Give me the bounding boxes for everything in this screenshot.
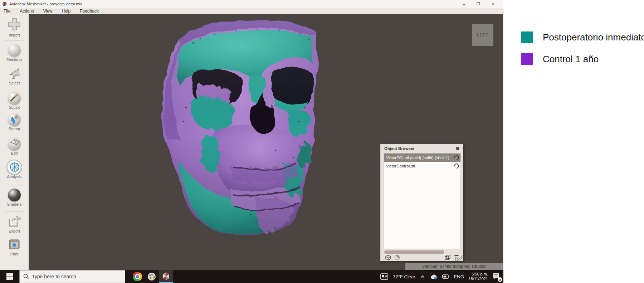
object-browser-title: Object Browser — [384, 146, 415, 151]
cube-view-icon[interactable] — [385, 254, 391, 261]
menu-help[interactable]: Help — [62, 9, 71, 14]
language-indicator[interactable]: ENG — [454, 274, 464, 279]
object-name: VictorControl.stl — [386, 164, 415, 168]
export-folder-icon — [7, 215, 21, 228]
view-cube-face: LEFT — [475, 28, 490, 42]
edit-sphere-icon — [8, 137, 21, 150]
tool-import-label: Import — [9, 33, 20, 37]
news-widget-icon[interactable] — [380, 273, 388, 280]
import-plus-icon — [7, 17, 21, 32]
tool-select-label: Select — [9, 81, 20, 85]
meshmixer-window: Autodesk Meshmixer - proyecto victor.mix… — [0, 0, 503, 270]
battery-icon[interactable] — [442, 274, 449, 279]
tool-export[interactable]: Export — [0, 215, 29, 233]
legend-label: Postoperatorio inmediato — [543, 32, 644, 43]
clock-time: 5:56 p.m. — [469, 272, 488, 277]
tool-sidebar: Import Meshmix Select — [0, 14, 29, 270]
tool-select[interactable]: Select — [0, 67, 29, 85]
notification-count-badge: 3 — [498, 277, 502, 282]
clock-date: 18/11/2021 — [469, 277, 488, 281]
taskbar-search[interactable] — [19, 270, 125, 283]
object-row-victorpoi[interactable]: VictorPOI.stl (solid) (solid) (shell 1) — [384, 153, 460, 162]
duplicate-icon[interactable] — [444, 254, 451, 261]
legend-item-control: Control 1 año — [521, 53, 599, 65]
tool-shaders-label: Shaders — [7, 202, 22, 206]
horizontal-scrollbar[interactable] — [384, 250, 444, 254]
taskbar-paint3d-icon[interactable] — [145, 270, 159, 283]
screenshot-root: Autodesk Meshmixer - proyecto victor.mix… — [0, 0, 644, 283]
taskbar-chrome-icon[interactable] — [130, 270, 145, 283]
sculpt-sphere-icon — [8, 92, 21, 104]
object-name: VictorPOI.stl (solid) (solid) (shell 1) — [386, 156, 449, 160]
select-arrow-icon — [8, 67, 21, 80]
tray-chevron-up-icon[interactable] — [420, 275, 425, 278]
view-cube-face-label: LEFT — [477, 33, 488, 38]
action-center-icon[interactable]: 3 — [493, 273, 501, 280]
taskbar-meshmixer-icon[interactable] — [159, 270, 173, 283]
shader-ball-icon[interactable] — [453, 154, 460, 161]
menu-file[interactable]: File — [4, 9, 10, 14]
tool-print[interactable]: Print — [0, 238, 29, 256]
tool-stamp[interactable]: Stamp — [0, 113, 29, 131]
tool-sculpt-label: Sculpt — [9, 105, 20, 109]
mesh-stats-text: vertices: 67483 triangles: 135338 — [423, 264, 486, 269]
print-printer-icon — [7, 238, 21, 251]
window-title: Autodesk Meshmixer - proyecto victor.mix — [9, 2, 82, 6]
tool-meshmix[interactable]: Meshmix — [0, 44, 29, 62]
toolbar-divider — [5, 211, 24, 211]
legend-swatch-teal — [521, 31, 533, 43]
tool-edit-label: Edit — [11, 151, 18, 155]
tool-print-label: Print — [10, 252, 19, 256]
onedrive-cloud-icon[interactable] — [430, 274, 438, 279]
tool-sculpt[interactable]: Sculpt — [0, 92, 29, 109]
object-browser-header[interactable]: Object Browser — [381, 144, 463, 153]
view-cube[interactable]: LEFT — [472, 24, 493, 46]
object-browser-close-icon[interactable] — [456, 147, 459, 150]
shader-ball-icon[interactable] — [453, 162, 460, 170]
tool-shaders[interactable]: Shaders — [0, 189, 29, 206]
windows-taskbar: 72°F Clear ENG 5:56 p.m. 18/11/2021 — [0, 270, 503, 283]
start-button[interactable] — [0, 270, 19, 283]
minimize-button[interactable]: – — [457, 0, 471, 8]
menu-feedback[interactable]: Feedback — [80, 9, 99, 14]
panel-resize-handle[interactable] — [458, 255, 463, 260]
menu-view[interactable]: View — [43, 9, 53, 14]
tool-import[interactable]: Import — [0, 17, 29, 37]
tool-analysis[interactable]: Analysis — [0, 161, 29, 179]
tool-meshmix-label: Meshmix — [6, 57, 22, 62]
pie-view-icon[interactable] — [394, 255, 400, 260]
tool-edit[interactable]: Edit — [0, 137, 29, 155]
system-tray: 72°F Clear ENG 5:56 p.m. 18/11/2021 — [380, 270, 501, 283]
legend-item-postoperatorio: Postoperatorio inmediato — [521, 31, 644, 43]
menu-actions[interactable]: Actions — [20, 9, 34, 14]
shaders-sphere-icon — [8, 189, 21, 201]
weather-text[interactable]: 72°F Clear — [393, 274, 415, 279]
toolbar-divider — [5, 185, 24, 185]
object-browser-footer — [381, 254, 464, 262]
legend-label: Control 1 año — [543, 54, 599, 65]
object-row-victorcontrol[interactable]: VictorControl.stl — [384, 162, 460, 170]
tool-analysis-label: Analysis — [7, 175, 22, 179]
search-icon — [23, 274, 29, 279]
meshmixer-logo-icon — [2, 1, 7, 6]
title-bar: Autodesk Meshmixer - proyecto victor.mix… — [0, 0, 503, 8]
search-input[interactable] — [32, 274, 118, 279]
taskbar-clock[interactable]: 5:56 p.m. 18/11/2021 — [469, 272, 488, 281]
stamp-sphere-icon — [8, 113, 21, 126]
meshmix-sphere-icon — [8, 44, 21, 57]
windows-logo-icon — [6, 273, 13, 280]
toolbar-divider — [5, 40, 24, 40]
analysis-sphere-icon — [8, 161, 21, 174]
restore-button[interactable]: ❐ — [471, 0, 486, 8]
legend-swatch-purple — [521, 53, 533, 65]
object-browser-panel: Object Browser VictorPOI.stl (solid) (so… — [380, 144, 463, 261]
menu-bar: File Actions View Help Feedback — [0, 8, 503, 14]
tool-export-label: Export — [9, 229, 20, 233]
window-edge — [503, 8, 503, 270]
object-list: VictorPOI.stl (solid) (solid) (shell 1) … — [384, 153, 461, 249]
tool-stamp-label: Stamp — [9, 127, 20, 131]
status-bar: vertices: 67483 triangles: 135338 — [405, 263, 503, 270]
close-button[interactable]: ✕ — [486, 0, 500, 8]
